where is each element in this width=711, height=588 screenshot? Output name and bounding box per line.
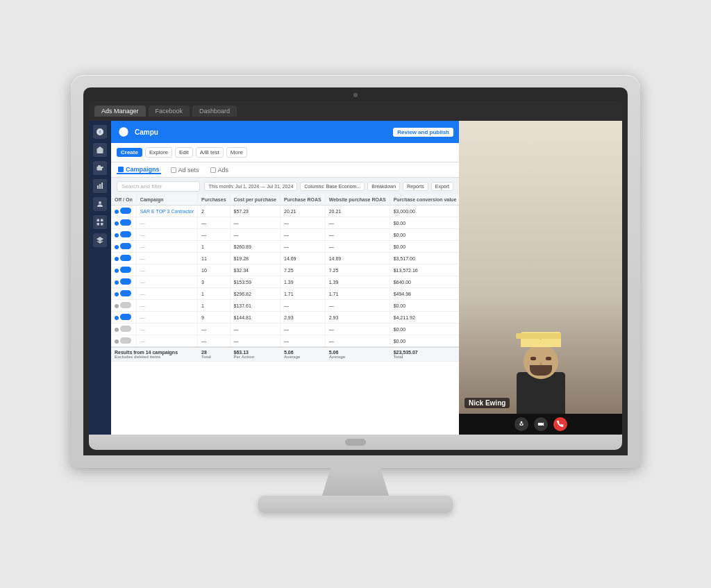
row-toggle[interactable]	[111, 205, 136, 217]
row-campaign-name[interactable]: —	[136, 264, 197, 276]
row-campaign-name[interactable]: —	[136, 288, 197, 300]
row-toggle[interactable]	[111, 217, 136, 229]
row-toggle[interactable]	[111, 241, 136, 253]
row-purchases: 1	[198, 288, 230, 300]
sidebar-icon-layers[interactable]	[93, 233, 107, 247]
row-purchases: 11	[198, 253, 230, 264]
breakdown-button[interactable]: Breakdown	[367, 182, 400, 191]
campaign-tabs: Campaigns Ad sets Ads	[111, 162, 459, 178]
tab-ad-sets[interactable]: Ad sets	[169, 167, 201, 174]
power-button[interactable]	[345, 439, 366, 446]
review-publish-button[interactable]: Review and publish	[393, 128, 453, 137]
row-roas: 1.71	[281, 288, 326, 300]
totals-label: Results from 14 campaigns Excludes delet…	[111, 347, 198, 362]
tab-ads[interactable]: Ads	[209, 167, 231, 174]
more-button[interactable]: More	[226, 147, 247, 158]
col-header-campaign: Campaign	[136, 194, 197, 205]
browser-tab-2[interactable]: Facebook	[149, 106, 190, 117]
row-roas: —	[281, 335, 326, 348]
row-campaign-name[interactable]: SAR E TOP 3 Contractor	[136, 205, 197, 217]
sidebar-icon-meta[interactable]: f	[93, 125, 107, 139]
columns-filter-button[interactable]: Columns: Base Econom...	[300, 182, 365, 191]
filter-right: This month: Jul 1, 2024 — Jul 31, 2024 C…	[204, 182, 453, 191]
row-campaign-name[interactable]: —	[136, 253, 197, 264]
row-campaign-name[interactable]: —	[136, 335, 197, 348]
browser-tab-active[interactable]: Ads Manager	[94, 106, 146, 117]
row-cpp: $153.59	[230, 276, 280, 288]
totals-purchases: 28 Total	[198, 347, 230, 362]
row-toggle[interactable]	[111, 300, 136, 312]
mic-button[interactable]	[515, 417, 528, 431]
edit-button[interactable]: Edit	[175, 147, 193, 158]
row-web-roas: —	[325, 241, 390, 253]
export-button[interactable]: Export	[431, 182, 453, 191]
row-pcv: $0.00	[390, 229, 459, 241]
tab-campaigns[interactable]: Campaigns	[117, 166, 161, 174]
sidebar-icon-chart[interactable]	[93, 179, 107, 193]
sidebar-icon-megaphone[interactable]	[93, 161, 107, 175]
ab-test-button[interactable]: A/B test	[196, 147, 224, 158]
svg-rect-2	[97, 185, 99, 189]
sidebar-icon-home[interactable]	[93, 143, 107, 157]
video-stream: ●	[459, 121, 622, 414]
row-pcv: $3,000.00	[390, 205, 459, 217]
end-call-button[interactable]	[553, 417, 567, 431]
video-controls-bar	[459, 414, 622, 435]
table-row: — 3 $153.59 1.39 1.39 $640.00 8 36 180 1…	[111, 276, 459, 288]
row-web-roas: 1.71	[325, 288, 390, 300]
monitor: Ads Manager Facebook Dashboard f	[71, 75, 640, 513]
explore-button[interactable]: Explore	[145, 147, 172, 158]
row-pcv: $3,517.00	[390, 253, 459, 264]
row-web-roas: —	[325, 335, 390, 348]
row-campaign-name[interactable]: —	[136, 312, 197, 324]
row-pcv: $4,211.92	[390, 312, 459, 324]
row-web-roas: —	[325, 324, 390, 335]
camera-toggle-button[interactable]	[534, 417, 548, 431]
row-campaign-name[interactable]: —	[136, 217, 197, 229]
row-roas: 2.93	[281, 312, 326, 324]
row-roas: —	[281, 229, 326, 241]
svg-marker-13	[542, 423, 544, 426]
totals-pcv: $23,535.07 Total	[390, 347, 459, 362]
search-filter-input[interactable]: Search and filter	[117, 181, 200, 192]
ads-topbar: Campu Review and publish	[111, 121, 459, 143]
row-toggle[interactable]	[111, 276, 136, 288]
row-purchases: 10	[198, 264, 230, 276]
row-pcv: $0.00	[390, 300, 459, 312]
row-toggle[interactable]	[111, 288, 136, 300]
table-totals-row: Results from 14 campaigns Excludes delet…	[111, 347, 459, 362]
row-cpp: $144.81	[230, 312, 280, 324]
row-web-roas: —	[325, 229, 390, 241]
row-campaign-name[interactable]: —	[136, 229, 197, 241]
table-row: — 9 $144.81 2.93 2.93 $4,211.92 96 105 4…	[111, 312, 459, 324]
date-range-filter[interactable]: This month: Jul 1, 2024 — Jul 31, 2024	[204, 182, 297, 191]
totals-roas: 5.06 Average	[281, 347, 326, 362]
reports-button[interactable]: Reports	[403, 182, 428, 191]
sidebar-icon-user[interactable]	[93, 197, 107, 211]
row-campaign-name[interactable]: —	[136, 300, 197, 312]
row-campaign-name[interactable]: —	[136, 241, 197, 253]
table-row: — — — — — $0.00 9 11 20 157	[111, 229, 459, 241]
row-campaign-name[interactable]: —	[136, 276, 197, 288]
row-cpp: $32.34	[230, 264, 280, 276]
svg-rect-7	[101, 219, 103, 222]
browser-bar: Ads Manager Facebook Dashboard	[89, 101, 622, 121]
row-toggle[interactable]	[111, 253, 136, 264]
monitor-body: Ads Manager Facebook Dashboard f	[71, 75, 640, 468]
row-purchases: 2	[198, 205, 230, 217]
create-button[interactable]: Create	[117, 148, 142, 157]
row-toggle[interactable]	[111, 312, 136, 324]
row-toggle[interactable]	[111, 324, 136, 335]
row-roas: 20.21	[281, 205, 326, 217]
row-campaign-name[interactable]: —	[136, 324, 197, 335]
browser-tab-3[interactable]: Dashboard	[192, 106, 237, 117]
row-toggle[interactable]	[111, 335, 136, 348]
campaigns-data-table: Off / On Campaign Purchases Cost per pur…	[111, 194, 459, 362]
svg-rect-8	[97, 223, 100, 226]
person-beard	[530, 365, 552, 376]
table-row: — 1 $296.82 1.71 1.71 $494.98 20 11 225 …	[111, 288, 459, 300]
sidebar-icon-grid[interactable]	[93, 215, 107, 229]
row-toggle[interactable]	[111, 229, 136, 241]
row-toggle[interactable]	[111, 264, 136, 276]
tab-ads-checkbox	[210, 167, 216, 173]
